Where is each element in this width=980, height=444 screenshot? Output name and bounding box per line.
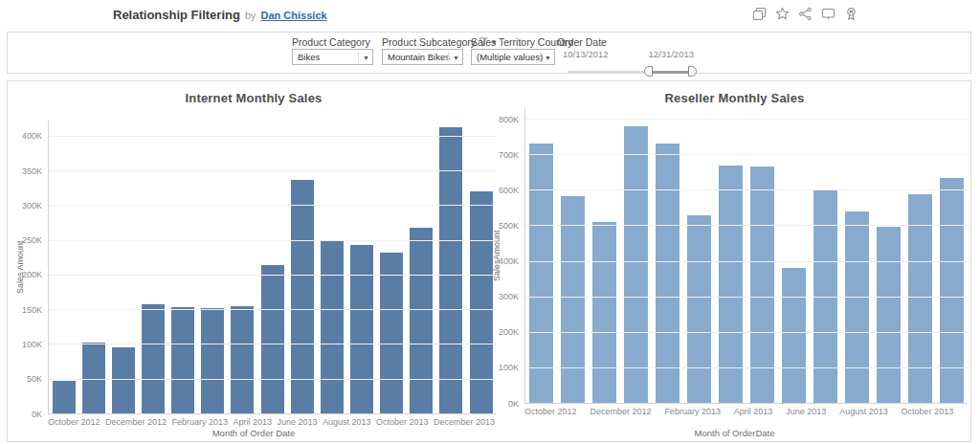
x-tick-label	[826, 407, 839, 416]
filter-sales-territory-country: Sales Territory Country (Multiple values…	[471, 36, 557, 48]
slider-handle-start[interactable]	[644, 66, 653, 77]
bar[interactable]	[470, 191, 493, 413]
product-subcategory-select[interactable]: Mountain Bikes ▼	[382, 49, 463, 65]
bar[interactable]	[410, 228, 433, 413]
bar[interactable]	[380, 253, 403, 413]
y-tick-label: 300K	[10, 201, 42, 211]
gridline	[49, 136, 496, 137]
bar[interactable]	[845, 211, 869, 403]
y-tick-label: 200K	[498, 327, 519, 337]
award-badge-icon[interactable]	[844, 7, 858, 21]
y-tick-label: 400K	[498, 256, 519, 266]
dashboard-panel: Internet Monthly Sales Sales Amount Octo…	[7, 80, 971, 442]
reseller-monthly-sales-chart: Reseller Monthly Sales SalesAmount Octob…	[498, 81, 971, 441]
bar[interactable]	[529, 144, 553, 403]
bar[interactable]	[782, 268, 806, 403]
select-divider	[358, 52, 359, 62]
bar-slot	[557, 108, 589, 403]
favorite-star-icon[interactable]	[775, 7, 790, 21]
y-tick-label: 0K	[10, 410, 42, 419]
x-tick-label: October 2013	[376, 417, 429, 427]
share-icon[interactable]	[798, 7, 813, 21]
x-tick-label	[888, 407, 902, 416]
bar[interactable]	[112, 347, 135, 413]
x-tick-label: February 2013	[172, 417, 229, 427]
slider-handle-end[interactable]	[688, 66, 697, 77]
y-tick-label: 150K	[10, 305, 42, 315]
x-tick-label: June 2013	[786, 407, 826, 416]
plot-area	[524, 108, 968, 404]
y-tick-label: 600K	[498, 186, 519, 195]
bar[interactable]	[561, 196, 585, 403]
bar-slot	[287, 121, 317, 413]
bar[interactable]	[321, 240, 344, 413]
chevron-down-icon: ▼	[545, 51, 551, 65]
bar-slot	[525, 108, 557, 403]
bar[interactable]	[231, 306, 254, 413]
x-tick-label: October 2013	[902, 407, 954, 416]
product-category-select[interactable]: Bikes ▼	[292, 49, 373, 65]
bar-slot	[168, 121, 198, 413]
author-link[interactable]: Dan Chissick	[261, 10, 327, 21]
filter-product-category: Product Category Bikes ▼	[292, 36, 374, 48]
y-tick-label: 200K	[10, 270, 42, 279]
bar[interactable]	[687, 215, 711, 403]
gridline	[49, 170, 496, 171]
bar-slot	[436, 121, 466, 413]
slider-track[interactable]	[568, 71, 649, 73]
y-tick-label: 300K	[498, 292, 519, 301]
slider-selected-range[interactable]	[649, 71, 693, 74]
duplicate-icon[interactable]	[752, 7, 767, 21]
gridline	[525, 261, 968, 262]
filter-order-date: Order Date 10/13/2012 12/31/2013	[557, 36, 696, 48]
internet-monthly-sales-chart: Internet Monthly Sales Sales Amount Octo…	[10, 81, 498, 441]
date-range-start: 10/13/2012	[563, 49, 609, 59]
bar[interactable]	[261, 265, 284, 413]
byline: by	[245, 10, 256, 21]
bar[interactable]	[656, 144, 679, 403]
bar-slot	[78, 121, 108, 413]
sales-territory-country-select[interactable]: (Multiple values) ▼	[471, 49, 555, 65]
gridline	[49, 309, 496, 310]
date-range-end: 12/31/2013	[648, 49, 694, 59]
bar-slot	[904, 108, 936, 403]
filter-label: Product Category	[292, 36, 374, 48]
bar-slot	[778, 108, 810, 403]
y-tick-label: 0K	[498, 399, 519, 409]
date-range-slider[interactable]	[568, 66, 686, 78]
y-tick-label: 700K	[498, 150, 519, 160]
gridline	[49, 379, 496, 380]
bar[interactable]	[350, 245, 373, 413]
y-tick-label: 500K	[498, 221, 519, 231]
bar[interactable]	[624, 126, 648, 403]
select-value: Mountain Bikes	[388, 52, 450, 62]
download-icon[interactable]	[821, 7, 835, 21]
bar[interactable]	[940, 178, 964, 403]
bar[interactable]	[53, 381, 76, 413]
bar[interactable]	[877, 227, 901, 403]
x-tick-label: December 2012	[590, 407, 651, 416]
bar[interactable]	[592, 222, 616, 403]
bar-slot	[810, 108, 841, 403]
gridline	[49, 240, 496, 241]
x-tick-label: October 2012	[524, 407, 577, 416]
gridline	[525, 119, 968, 120]
bar[interactable]	[171, 307, 194, 413]
bar[interactable]	[142, 304, 165, 413]
select-value: Bikes	[298, 52, 320, 62]
bar-slot	[841, 108, 873, 403]
chevron-down-icon: ▼	[453, 51, 459, 65]
bar-slot	[873, 108, 904, 403]
x-tick-label	[953, 407, 967, 416]
x-tick-label: December 2013	[434, 417, 495, 427]
bar[interactable]	[201, 308, 224, 413]
bar-slot	[49, 121, 78, 413]
y-tick-label: 50K	[10, 374, 42, 384]
gridline	[525, 189, 968, 190]
x-tick-label: October 2012	[48, 417, 100, 427]
gridline	[49, 275, 496, 276]
x-tick-label: April 2013	[234, 417, 273, 427]
gridline	[525, 332, 968, 333]
filter-label: Order Date	[557, 36, 696, 48]
bar-slot	[620, 108, 652, 403]
